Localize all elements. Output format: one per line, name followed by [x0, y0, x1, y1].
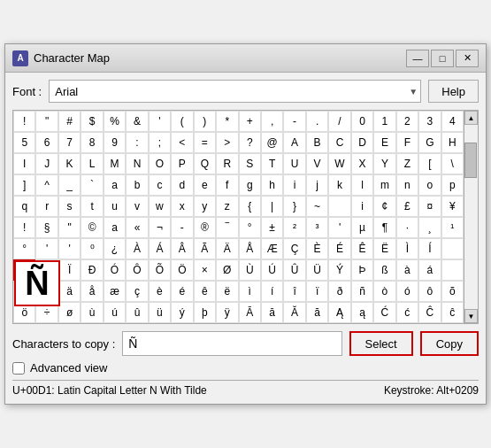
char-cell[interactable]: á — [418, 259, 441, 281]
char-cell[interactable]: ą — [351, 302, 373, 323]
char-cell[interactable]: Ó — [104, 259, 126, 281]
char-cell[interactable]: v — [126, 196, 148, 217]
char-cell[interactable]: n — [396, 174, 418, 196]
char-cell[interactable]: ³ — [306, 217, 328, 238]
char-cell[interactable]: E — [373, 132, 395, 153]
char-cell[interactable] — [441, 259, 464, 281]
char-cell[interactable]: 0 — [351, 111, 373, 132]
char-cell[interactable]: î — [283, 281, 305, 302]
char-cell[interactable]: < — [171, 132, 193, 153]
advanced-view-checkbox[interactable] — [12, 362, 25, 375]
scroll-down-button[interactable]: ▼ — [464, 309, 478, 323]
char-cell[interactable]: ² — [283, 217, 305, 238]
char-cell[interactable]: ë — [216, 281, 238, 302]
char-cell[interactable]: i — [351, 196, 373, 217]
char-cell[interactable]: õ — [441, 281, 464, 302]
char-cell[interactable]: ° — [13, 238, 35, 259]
help-button[interactable]: Help — [428, 80, 479, 103]
char-cell[interactable]: b — [126, 174, 148, 196]
char-cell[interactable]: û — [126, 302, 148, 323]
char-cell[interactable]: ĉ — [441, 302, 464, 323]
char-cell[interactable]: - — [283, 111, 305, 132]
scroll-up-button[interactable]: ▲ — [464, 111, 478, 125]
char-cell[interactable]: Ü — [306, 259, 328, 281]
char-cell[interactable]: Ñ — [13, 259, 35, 281]
char-cell[interactable]: ® — [194, 217, 216, 238]
char-cell[interactable]: X — [351, 153, 373, 174]
char-cell[interactable]: ⁰ — [81, 238, 103, 259]
char-cell[interactable]: ¥ — [441, 196, 464, 217]
char-cell[interactable]: é — [171, 281, 193, 302]
char-cell[interactable]: # — [58, 111, 81, 132]
char-cell[interactable]: ê — [194, 281, 216, 302]
char-cell[interactable]: ) — [194, 111, 216, 132]
char-cell[interactable]: d — [171, 174, 193, 196]
char-cell[interactable]: ï — [306, 281, 328, 302]
char-cell[interactable]: Q — [194, 153, 216, 174]
char-cell[interactable] — [328, 196, 350, 217]
char-cell[interactable]: ¸ — [418, 217, 441, 238]
char-cell[interactable]: Æ — [261, 238, 283, 259]
close-button[interactable]: ✕ — [456, 50, 479, 67]
char-cell[interactable]: í — [261, 281, 283, 302]
char-cell[interactable]: Z — [396, 153, 418, 174]
char-cell[interactable]: ( — [171, 111, 193, 132]
char-cell[interactable]: Ā — [239, 302, 261, 323]
char-cell[interactable]: ` — [81, 174, 103, 196]
char-cell[interactable]: k — [328, 174, 350, 196]
char-cell[interactable]: À — [126, 238, 148, 259]
char-cell[interactable]: e — [194, 174, 216, 196]
char-cell[interactable]: R — [216, 153, 238, 174]
char-cell[interactable]: I — [13, 153, 35, 174]
char-cell[interactable]: Ý — [328, 259, 350, 281]
char-cell[interactable]: ó — [396, 281, 418, 302]
char-cell[interactable]: x — [171, 196, 193, 217]
char-cell[interactable]: 6 — [35, 132, 58, 153]
char-cell[interactable]: p — [441, 174, 464, 196]
char-cell[interactable]: ‾ — [216, 217, 238, 238]
char-cell[interactable]: ¢ — [373, 196, 395, 217]
char-cell[interactable]: Ï — [58, 259, 81, 281]
char-cell[interactable]: · — [396, 217, 418, 238]
char-cell[interactable]: / — [328, 111, 350, 132]
char-cell[interactable]: Ă — [283, 302, 305, 323]
char-cell[interactable]: ă — [306, 302, 328, 323]
char-cell[interactable]: s — [58, 196, 81, 217]
char-cell[interactable]: 3 — [418, 111, 441, 132]
char-cell[interactable]: ~ — [306, 196, 328, 217]
char-cell[interactable]: Ú — [261, 259, 283, 281]
char-cell[interactable]: T — [261, 153, 283, 174]
char-cell[interactable]: Ê — [351, 238, 373, 259]
char-cell[interactable]: = — [194, 132, 216, 153]
char-cell[interactable]: ā — [261, 302, 283, 323]
char-cell[interactable]: è — [149, 281, 171, 302]
char-cell[interactable]: É — [328, 238, 350, 259]
char-cell[interactable]: C — [328, 132, 350, 153]
char-cell[interactable]: } — [283, 196, 305, 217]
char-cell[interactable]: Ç — [283, 238, 305, 259]
char-cell[interactable]: ü — [149, 302, 171, 323]
char-cell[interactable]: q — [13, 196, 35, 217]
char-cell[interactable]: Þ — [351, 259, 373, 281]
char-cell[interactable]: ß — [373, 259, 395, 281]
char-cell[interactable]: P — [171, 153, 193, 174]
char-cell[interactable]: ' — [58, 238, 81, 259]
char-cell[interactable]: ô — [418, 281, 441, 302]
char-cell[interactable]: W — [328, 153, 350, 174]
char-cell[interactable]: [ — [418, 153, 441, 174]
char-cell[interactable]: ú — [104, 302, 126, 323]
char-cell[interactable]: ! — [13, 217, 35, 238]
scroll-thumb[interactable] — [464, 143, 477, 178]
char-cell[interactable]: Ø — [216, 259, 238, 281]
char-cell[interactable]: & — [126, 111, 148, 132]
copy-button[interactable]: Copy — [420, 331, 479, 356]
char-cell[interactable]: ; — [149, 132, 171, 153]
char-cell[interactable]: ^ — [35, 174, 58, 196]
char-cell[interactable]: $ — [81, 111, 103, 132]
char-cell[interactable]: Û — [283, 259, 305, 281]
char-cell[interactable]: ¿ — [104, 238, 126, 259]
char-cell[interactable]: G — [418, 132, 441, 153]
char-cell[interactable]: K — [58, 153, 81, 174]
char-cell[interactable]: 9 — [104, 132, 126, 153]
char-cell[interactable]: O — [149, 153, 171, 174]
